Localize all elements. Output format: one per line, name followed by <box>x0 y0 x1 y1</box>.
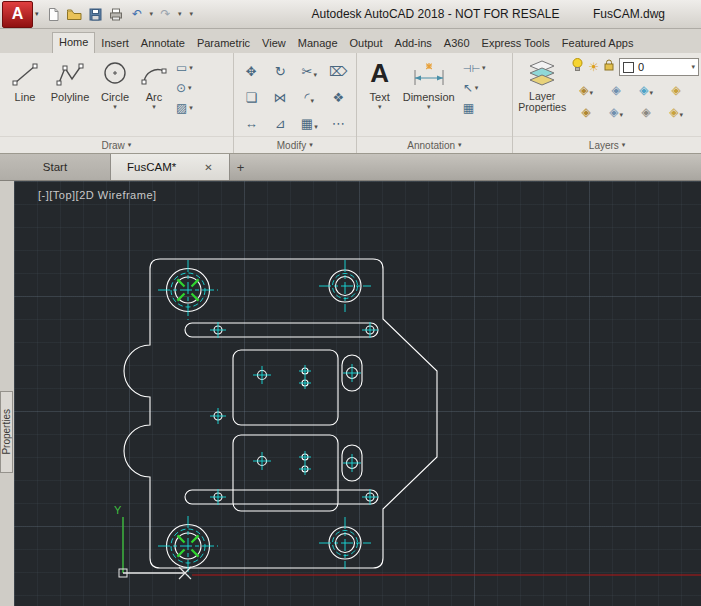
panel-title-draw[interactable]: Draw▾ <box>0 136 233 153</box>
dimension-button[interactable]: Dimension ▾ <box>399 55 459 111</box>
panel-title-annotation[interactable]: Annotation▾ <box>357 136 513 153</box>
file-tab-fuscam[interactable]: FusCAM* ✕ <box>111 154 230 180</box>
layer-match-button[interactable]: ◈ <box>582 105 591 119</box>
scale-button[interactable]: ⊿ <box>275 116 286 131</box>
ribbon-tab-parametric[interactable]: Parametric <box>191 33 256 53</box>
sun-icon: ☀ <box>588 60 599 74</box>
save-button[interactable] <box>87 6 104 23</box>
ribbon-tab-annotate[interactable]: Annotate <box>135 33 191 53</box>
ribbon-tab-home[interactable]: Home <box>52 32 95 53</box>
circle-button[interactable]: Circle ▾ <box>94 55 136 111</box>
chevron-down-icon: ▾ <box>622 141 626 149</box>
layer-select-dropdown[interactable]: 0 ▾ <box>619 58 699 76</box>
chevron-down-icon: ▾ <box>309 141 313 149</box>
autocad-logo-letter: A <box>12 5 24 23</box>
chevron-down-icon[interactable]: ▾ <box>152 103 156 111</box>
hatch-marks[interactable] <box>177 279 198 556</box>
layer-thaw-button[interactable]: ☀ <box>588 61 599 73</box>
layer-lock-button[interactable]: ◈ <box>672 83 681 97</box>
close-icon[interactable]: ✕ <box>204 162 212 173</box>
polyline-button[interactable]: Polyline <box>46 55 94 103</box>
table-icon: ▦ <box>463 101 474 115</box>
chevron-down-icon[interactable]: ▾ <box>35 10 39 18</box>
ribbon-tab-featured-apps[interactable]: Featured Apps <box>556 33 640 53</box>
drawing-canvas[interactable]: [-][Top][2D Wireframe] <box>14 181 701 606</box>
ribbon-tab-a360[interactable]: A360 <box>438 33 476 53</box>
pocket-upper[interactable] <box>233 350 338 425</box>
rectangle-tool-button[interactable]: ▭▾ <box>176 58 193 78</box>
stretch-button[interactable]: ↔ <box>245 116 258 131</box>
file-tab-start[interactable]: Start <box>0 154 111 180</box>
modify-more-button[interactable]: ⋯ <box>332 116 345 131</box>
layer-isolate-button[interactable]: ◈ <box>612 83 621 97</box>
fillet-button[interactable]: ◜▾ <box>304 90 314 105</box>
panel-title-layers[interactable]: Layers▾ <box>513 136 701 153</box>
new-file-icon <box>46 7 61 22</box>
layer-previous-button[interactable]: ◈ <box>642 105 651 119</box>
linear-dimension-button[interactable]: ⊣⊢▾ <box>463 58 486 78</box>
array-button[interactable]: ▦▾ <box>301 116 318 131</box>
new-tab-button[interactable]: + <box>230 154 252 180</box>
open-file-button[interactable] <box>66 6 83 23</box>
table-button[interactable]: ▦ <box>463 98 486 118</box>
chevron-down-icon: ▾ <box>189 64 193 72</box>
panel-draw: Line Polyline Circle ▾ <box>0 53 234 153</box>
new-file-button[interactable] <box>45 6 62 23</box>
text-tool-icon: A <box>370 57 389 90</box>
arc-button[interactable]: Arc ▾ <box>136 55 172 111</box>
ribbon-tab-insert[interactable]: Insert <box>95 33 135 53</box>
erase-button[interactable]: ⌦ <box>329 64 347 79</box>
layer-current-button[interactable]: ◈▾ <box>609 105 623 119</box>
layer-properties-button[interactable]: Layer Properties <box>517 55 567 113</box>
layer-on-off-button[interactable] <box>571 58 584 76</box>
chevron-down-icon[interactable]: ▾ <box>113 103 117 111</box>
window-title-document: FusCAM.dwg <box>593 7 665 21</box>
explode-button[interactable]: ❖ <box>332 90 344 105</box>
layer-tools-grid: ◈▾ ◈ ◈▾ ◈ ◈ ◈▾ ◈ ◈▾ <box>571 79 699 123</box>
line-button[interactable]: Line <box>4 55 46 103</box>
drawing-viewport[interactable]: Y <box>14 181 701 606</box>
layer-freeze-button[interactable]: ◈▾ <box>639 83 653 97</box>
properties-palette-tab[interactable]: Properties <box>0 391 13 473</box>
plot-button[interactable] <box>108 6 125 23</box>
chevron-down-icon: ▾ <box>189 104 193 112</box>
ribbon-tab-output[interactable]: Output <box>344 33 389 53</box>
text-button[interactable]: A Text ▾ <box>361 55 399 111</box>
autocad-logo-button[interactable]: A <box>2 1 33 28</box>
layer-off-button[interactable]: ◈▾ <box>579 83 593 97</box>
chevron-down-icon[interactable]: ▾ <box>378 103 382 111</box>
chevron-down-icon[interactable]: ▾ <box>427 103 431 111</box>
rotate-button[interactable]: ↻ <box>275 64 286 79</box>
save-floppy-icon <box>88 7 103 22</box>
part-geometry[interactable] <box>124 259 437 568</box>
ribbon-tab-manage[interactable]: Manage <box>292 33 344 53</box>
circle-label: Circle <box>101 91 129 103</box>
layer-unlock-button[interactable] <box>603 58 615 76</box>
layer-properties-label: Layer Properties <box>517 91 567 113</box>
plus-icon: + <box>237 160 245 175</box>
part-outline[interactable] <box>124 259 437 568</box>
undo-chevron-icon[interactable]: ▾ <box>150 10 154 18</box>
layer-freeze-icon: ◈ <box>639 83 648 97</box>
titlebar: A ▾ ↶ ▾ ↷ ▾ ▾ Autodesk AutoCAD 2018 - NO… <box>0 0 701 29</box>
file-tab-bar: Start FusCAM* ✕ + <box>0 154 701 181</box>
chevron-down-icon: ▾ <box>590 89 594 97</box>
center-marks[interactable] <box>158 260 378 576</box>
workspace: Properties [-][Top][2D Wireframe] <box>0 181 701 606</box>
layer-state-button[interactable]: ◈▾ <box>669 105 683 119</box>
copy-button[interactable]: ❏ <box>245 90 257 105</box>
ribbon-tab-addins[interactable]: Add-ins <box>389 33 438 53</box>
ribbon: Line Polyline Circle ▾ <box>0 53 701 154</box>
line-label: Line <box>15 91 36 103</box>
ribbon-tab-express-tools[interactable]: Express Tools <box>476 33 556 53</box>
move-button[interactable]: ✥ <box>246 64 257 79</box>
hatch-tool-button[interactable]: ▨▾ <box>176 98 193 118</box>
undo-button[interactable]: ↶ <box>129 6 146 23</box>
ribbon-tab-view[interactable]: View <box>256 33 292 53</box>
trim-button[interactable]: ✂▾ <box>302 64 317 79</box>
ellipse-tool-button[interactable]: ⊙▾ <box>176 78 193 98</box>
mirror-button[interactable]: ⋈ <box>274 90 287 105</box>
panel-title-modify[interactable]: Modify▾ <box>234 136 356 153</box>
pocket-lower[interactable] <box>233 435 338 511</box>
leader-button[interactable]: ↖▾ <box>463 78 486 98</box>
